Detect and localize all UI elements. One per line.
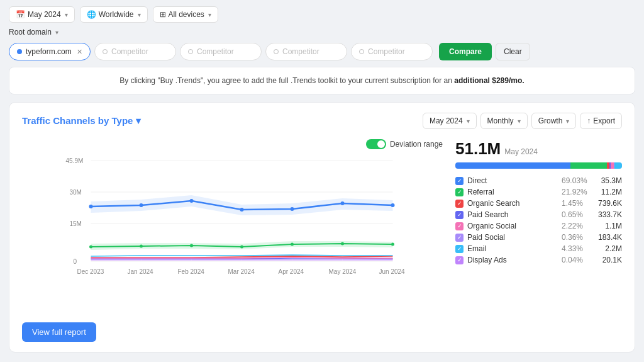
channel-name-organic-social: Organic Social: [467, 222, 558, 230]
total-date: May 2024: [504, 147, 538, 156]
bar-referral: [570, 162, 607, 169]
channel-val-referral: 11.2M: [592, 188, 622, 196]
svg-text:Jun 2024: Jun 2024: [379, 268, 406, 275]
checkbox-direct[interactable]: ✓: [455, 177, 464, 185]
channel-name-email: Email: [467, 244, 558, 253]
domain-pill[interactable]: typeform.com ✕: [9, 43, 91, 60]
channel-pct-referral: 21.92%: [562, 188, 588, 196]
geo-filter-label: Worldwide: [99, 10, 134, 19]
view-full-report-button[interactable]: View full report: [22, 322, 96, 342]
channel-val-display-ads: 20.1K: [592, 256, 622, 264]
checkbox-display-ads[interactable]: ✓: [455, 256, 464, 264]
chevron-down-icon-3: ▾: [208, 11, 211, 18]
globe-icon: 🌐: [87, 10, 96, 19]
bar-direct: [455, 162, 570, 169]
competitor-pill-1[interactable]: Competitor: [94, 43, 176, 60]
competitor-dot-3: [274, 49, 279, 54]
svg-point-10: [140, 203, 143, 207]
svg-point-23: [391, 243, 394, 246]
channel-val-paid-search: 333.7K: [592, 210, 622, 219]
channel-pct-paid-search: 0.65%: [562, 210, 588, 219]
checkbox-paid-search[interactable]: ✓: [455, 211, 464, 219]
date-ctrl-btn[interactable]: May 2024 ▾: [423, 113, 477, 129]
info-text-prefix: By clicking "Buy .Trends", you agree to …: [119, 76, 452, 85]
checkbox-paid-social[interactable]: ✓: [455, 234, 464, 242]
traffic-chart: 45.9M 30M 15M 0: [22, 154, 443, 312]
deviation-toggle-switch[interactable]: [366, 139, 386, 149]
channel-name-paid-social: Paid Social: [467, 233, 558, 242]
svg-point-19: [190, 244, 193, 247]
channel-row-paid-social: ✓ Paid Social 0.36% 183.4K: [455, 233, 622, 242]
geo-filter-btn[interactable]: 🌐 Worldwide ▾: [80, 6, 148, 23]
checkbox-email[interactable]: ✓: [455, 245, 464, 253]
close-icon[interactable]: ✕: [77, 48, 82, 56]
channel-pct-display-ads: 0.04%: [562, 256, 588, 264]
growth-ctrl-label: Growth: [538, 116, 563, 125]
info-bold-text: additional $289/mo.: [454, 76, 524, 85]
chevron-down-icon-2: ▾: [138, 11, 141, 18]
clear-button[interactable]: Clear: [496, 43, 530, 60]
checkbox-referral[interactable]: ✓: [455, 188, 464, 196]
chart-left: Deviation range 45.9M 30M 15M 0: [22, 139, 443, 342]
svg-point-20: [240, 246, 243, 249]
top-bar: 📅 May 2024 ▾ 🌐 Worldwide ▾ ⊞ All devices…: [6, 6, 638, 23]
competitor-pill-2[interactable]: Competitor: [180, 43, 262, 60]
svg-text:Jan 2024: Jan 2024: [128, 268, 154, 275]
export-button[interactable]: ↑ Export: [580, 113, 622, 129]
checkbox-organic-search[interactable]: ✓: [455, 200, 464, 208]
chevron-down-icon-4: ▾: [55, 29, 58, 36]
bar-email: [614, 162, 621, 169]
chevron-down-icon-5: ▾: [467, 118, 470, 125]
device-filter-label: All devices: [169, 10, 204, 19]
calendar-icon: 📅: [16, 10, 25, 19]
svg-point-14: [341, 201, 345, 205]
competitor-dot-1: [103, 49, 108, 54]
channel-val-organic-search: 739.6K: [592, 199, 622, 208]
domain-value: typeform.com: [26, 47, 72, 56]
channel-row-email: ✓ Email 4.33% 2.2M: [455, 244, 622, 253]
deviation-toggle: Deviation range: [366, 139, 443, 149]
channel-row-paid-search: ✓ Paid Search 0.65% 333.7K: [455, 210, 622, 219]
svg-point-11: [190, 199, 194, 203]
channel-row-display-ads: ✓ Display Ads 0.04% 20.1K: [455, 256, 622, 264]
device-filter-btn[interactable]: ⊞ All devices ▾: [153, 6, 218, 23]
svg-text:Feb 2024: Feb 2024: [178, 268, 205, 275]
channel-name-display-ads: Display Ads: [467, 256, 558, 264]
channel-row-organic-social: ✓ Organic Social 2.22% 1.1M: [455, 222, 622, 230]
date-filter-label: May 2024: [28, 10, 61, 19]
channel-name-paid-search: Paid Search: [467, 210, 558, 219]
total-number: 51.1M: [455, 139, 501, 159]
stacked-bar: [455, 162, 622, 169]
checkbox-organic-social[interactable]: ✓: [455, 222, 464, 230]
channel-val-email: 2.2M: [592, 244, 622, 253]
date-filter-btn[interactable]: 📅 May 2024 ▾: [9, 6, 75, 23]
svg-text:0: 0: [74, 258, 77, 265]
growth-ctrl-btn[interactable]: Growth ▾: [531, 113, 577, 129]
svg-point-17: [89, 246, 92, 249]
channel-name-referral: Referral: [467, 188, 558, 196]
domain-dot: [17, 49, 22, 54]
chevron-down-icon: ▾: [65, 11, 68, 18]
channel-pct-direct: 69.03%: [562, 176, 588, 185]
title-type-chevron[interactable]: ▾: [133, 115, 140, 126]
export-label: Export: [593, 116, 615, 125]
channel-pct-organic-search: 1.45%: [562, 199, 588, 208]
competitor-pill-4[interactable]: Competitor: [351, 43, 433, 60]
channel-pct-email: 4.33%: [562, 244, 588, 253]
compare-button[interactable]: Compare: [439, 43, 492, 60]
search-row: typeform.com ✕ Competitor Competitor Com…: [6, 43, 638, 60]
monthly-ctrl-label: Monthly: [487, 116, 514, 125]
root-domain-label: Root domain: [9, 28, 52, 37]
total-value: 51.1M May 2024: [455, 139, 622, 159]
svg-point-15: [391, 203, 395, 207]
channel-val-paid-social: 183.4K: [592, 233, 622, 242]
channel-pct-paid-social: 0.36%: [562, 233, 588, 242]
root-domain-row: Root domain ▾: [6, 28, 638, 37]
root-domain-btn[interactable]: Root domain ▾: [9, 28, 58, 37]
chevron-down-icon-7: ▾: [566, 118, 569, 125]
chart-right: 51.1M May 2024 ✓ D: [455, 139, 622, 342]
title-highlight: Type: [112, 115, 133, 126]
competitor-pill-3[interactable]: Competitor: [265, 43, 347, 60]
channel-row-organic-search: ✓ Organic Search 1.45% 739.6K: [455, 199, 622, 208]
monthly-ctrl-btn[interactable]: Monthly ▾: [480, 113, 528, 129]
